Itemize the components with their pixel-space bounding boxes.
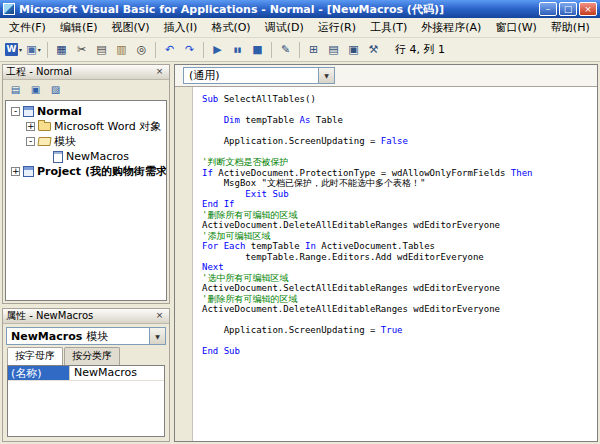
properties-panel-header[interactable]: 属性 - NewMacros × [3,309,169,324]
tab-alphabetic[interactable]: 按字母序 [7,347,63,365]
code-window: (通用) ▼ Sub SelectAllTables() Dim tempTab… [174,64,598,442]
tree-item-label: 模块 [54,134,76,149]
tree-expander[interactable]: + [26,122,35,131]
vbe-window: Microsoft Visual Basic for Applications … [0,0,600,444]
toolbox-icon[interactable]: ⚒ [364,41,383,59]
project-explorer-icon[interactable]: ⊞ [304,41,323,59]
design-mode-icon[interactable]: ✎ [276,41,295,59]
code-line: ActiveDocument.SelectAllEditableRanges w… [202,283,595,294]
undo-icon[interactable]: ↶ [160,41,179,59]
chevron-down-icon[interactable]: ▼ [149,328,165,344]
code-line: ActiveDocument.DeleteAllEditableRanges w… [202,304,595,315]
menu-item[interactable]: 文件(F) [2,18,53,37]
break-icon[interactable]: ▮▮ [228,41,247,59]
code-body: Sub SelectAllTables() Dim tempTable As T… [175,87,597,441]
menu-item[interactable]: 调试(D) [258,18,311,37]
chevron-down-icon: ▾ [38,46,41,53]
code-line: End Sub [202,346,595,357]
view-object-icon[interactable]: ▣ [27,82,44,98]
tree-item[interactable]: -模块 [6,134,166,149]
code-line: tempTable.Range.Editors.Add wdEditorEver… [202,252,595,263]
redo-icon[interactable]: ↷ [180,41,199,59]
code-line [202,336,595,347]
tree-item-label: Normal [37,105,82,118]
project-icon [23,166,34,177]
tree-item[interactable]: -Normal [6,104,166,119]
cut-icon[interactable]: ✂ [72,41,91,59]
code-line: Sub SelectAllTables() [202,94,595,105]
code-line: Application.ScreenUpdating = False [202,136,595,147]
tree-expander[interactable]: - [26,137,35,146]
code-line: If ActiveDocument.ProtectionType = wdAll… [202,168,595,179]
code-line [202,105,595,116]
tree-item-label: Microsoft Word 对象 [54,119,161,134]
copy-icon[interactable]: ▤ [92,41,111,59]
menu-item[interactable]: 视图(V) [104,18,156,37]
code-line: Next [202,262,595,273]
code-margin-indicator-bar[interactable] [175,87,193,441]
code-line: Dim tempTable As Table [202,115,595,126]
properties-window-icon[interactable]: ▤ [324,41,343,59]
property-value-cell[interactable]: NewMacros [70,366,164,380]
properties-panel-close-button[interactable]: × [153,310,166,322]
view-code-icon[interactable]: ▤ [7,82,24,98]
chevron-down-icon[interactable]: ▼ [318,68,334,83]
minimize-button[interactable]: – [539,2,557,16]
menu-item[interactable]: 工具(T) [363,18,414,37]
tree-item[interactable]: +Project (我的购物街需求) [6,164,166,179]
project-panel-close-button[interactable]: × [153,66,166,78]
view-word-icon[interactable]: W▾ [4,41,23,59]
paste-icon[interactable]: ▥ [112,41,131,59]
menu-item[interactable]: 运行(R) [311,18,363,37]
toolbar-separator [271,42,272,58]
tree-expander[interactable]: + [11,167,20,176]
tree-item[interactable]: NewMacros [6,149,166,164]
project-panel-title: 工程 - Normal [6,65,153,79]
menu-item[interactable]: 窗口(W) [488,18,543,37]
reset-icon[interactable]: ■ [248,41,267,59]
save-icon[interactable]: ▦ [52,41,71,59]
code-line [202,315,595,326]
project-panel-header[interactable]: 工程 - Normal × [3,65,169,80]
project-tree: -Normal+Microsoft Word 对象-模块NewMacros+Pr… [5,100,167,301]
menu-item[interactable]: 编辑(E) [53,18,105,37]
window-controls: –□× [539,2,597,16]
property-row: (名称) NewMacros [8,366,164,381]
menu-item[interactable]: 帮助(H) [544,18,597,37]
insert-userform-icon[interactable]: ▣▾ [24,41,43,59]
menu-item[interactable]: 插入(I) [157,18,205,37]
code-line: ActiveDocument.DeleteAllEditableRanges w… [202,220,595,231]
properties-grid: (名称) NewMacros [7,365,165,437]
code-line: Exit Sub [202,189,595,200]
title-bar[interactable]: Microsoft Visual Basic for Applications … [0,0,600,18]
find-icon[interactable]: ◎ [132,41,151,59]
code-editor[interactable]: Sub SelectAllTables() Dim tempTable As T… [193,87,597,441]
tab-categorized[interactable]: 按分类序 [64,347,120,365]
toggle-folders-icon[interactable]: ▨ [47,82,64,98]
properties-tabs: 按字母序 按分类序 [3,348,169,365]
property-name-cell[interactable]: (名称) [8,366,70,380]
tree-item[interactable]: +Microsoft Word 对象 [6,119,166,134]
tree-expander[interactable]: - [11,107,20,116]
code-line: '删除所有可编辑的区域 [202,210,595,221]
object-browser-icon[interactable]: ▣ [344,41,363,59]
project-explorer-panel: 工程 - Normal × ▤▣▨ -Normal+Microsoft Word… [2,64,170,304]
object-dropdown[interactable]: (通用) ▼ [183,67,335,84]
maximize-button[interactable]: □ [559,2,577,16]
left-column: 工程 - Normal × ▤▣▨ -Normal+Microsoft Word… [2,64,170,442]
toolbar-separator [299,42,300,58]
code-line: End If [202,199,595,210]
vb-app-icon [3,3,15,15]
close-button[interactable]: × [579,2,597,16]
tree-item-label: Project (我的购物街需求) [37,164,167,179]
menu-item[interactable]: 格式(O) [204,18,257,37]
properties-object-selector[interactable]: NewMacros 模块 ▼ [6,327,166,345]
run-icon[interactable]: ▶ [208,41,227,59]
toolbar-separator [155,42,156,58]
menu-item[interactable]: 外接程序(A) [414,18,488,37]
folder-open-icon [37,137,51,146]
project-icon [23,106,34,117]
code-line [202,126,595,137]
code-line: '判断文档是否被保护 [202,157,595,168]
code-line [202,147,595,158]
